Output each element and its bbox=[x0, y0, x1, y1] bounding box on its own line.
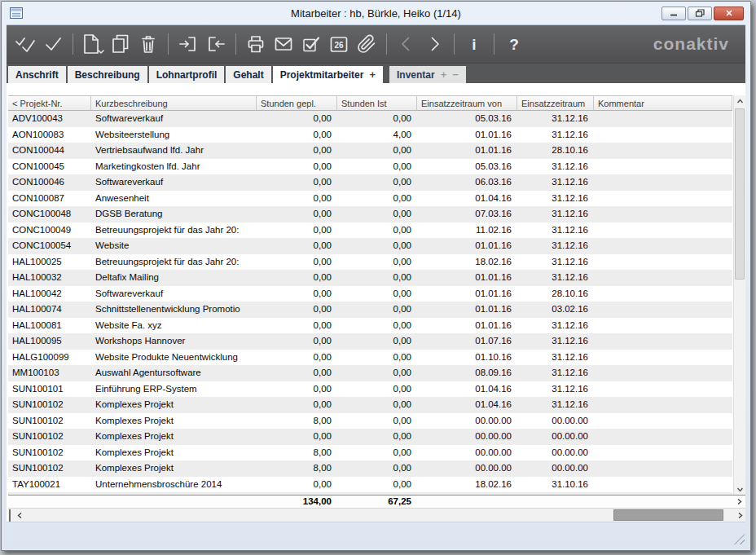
vertical-scrollbar[interactable] bbox=[733, 95, 745, 495]
hscroll-thumb[interactable] bbox=[613, 509, 723, 521]
tab-inventar[interactable]: Inventar+− bbox=[389, 66, 466, 83]
restore-button[interactable] bbox=[688, 7, 712, 20]
table-cell: CON100087 bbox=[8, 191, 91, 207]
column-header[interactable]: Stunden Ist bbox=[337, 96, 417, 110]
tab-beschreibung[interactable]: Beschreibung bbox=[68, 66, 147, 83]
table-row[interactable]: MM100103Auswahl Agentursoftware0,000,000… bbox=[8, 365, 732, 381]
confirm-icon[interactable] bbox=[41, 30, 65, 58]
column-header[interactable]: Stunden gepl. bbox=[257, 96, 337, 110]
table-cell: 4,00 bbox=[337, 127, 417, 143]
previous-record-icon[interactable] bbox=[394, 30, 419, 58]
table-row[interactable]: HAL100025Betreuungsprojekt für das Jahr … bbox=[8, 254, 732, 271]
table-scroll-right-icon[interactable] bbox=[733, 496, 745, 508]
table-row[interactable]: HAL100081Website Fa. xyz0,000,0001.01.16… bbox=[8, 318, 732, 334]
table-row[interactable]: CON100046Softwareverkauf0,000,0006.03.16… bbox=[8, 174, 732, 191]
table-row[interactable]: CONC100048DGSB Beratung0,000,0007.03.163… bbox=[8, 206, 732, 222]
minimize-button[interactable] bbox=[662, 7, 686, 20]
table-cell: 0,00 bbox=[337, 445, 417, 461]
table-row[interactable]: TAY100021Unternehmensbroschüre 20140,000… bbox=[8, 477, 732, 493]
confirm-all-icon[interactable] bbox=[13, 30, 37, 58]
attachment-icon[interactable] bbox=[354, 30, 379, 58]
table-row[interactable]: HAL100032Deltafix Mailing0,000,0001.01.1… bbox=[8, 270, 732, 286]
toolbar-separator bbox=[235, 33, 236, 55]
window-title: Mitarbeiter : hb, Bürkle, Heiko (1/14) bbox=[7, 7, 745, 20]
vscroll-track[interactable] bbox=[734, 107, 745, 483]
table-row[interactable]: HAL100042Softwareverkauf0,000,0001.01.16… bbox=[8, 286, 732, 302]
table-row[interactable]: SUN100102Komplexes Projekt0,000,0000.00.… bbox=[8, 429, 732, 445]
table-row[interactable]: ADV100043Softwareverkauf0,000,0005.03.16… bbox=[8, 111, 732, 127]
hscroll-track[interactable] bbox=[25, 509, 734, 522]
column-header[interactable]: Einsatzzeitraum von bbox=[417, 96, 517, 110]
table-cell: 31.12.16 bbox=[517, 318, 594, 334]
tab-projektmitarbeiter[interactable]: Projektmitarbeiter+ bbox=[273, 66, 383, 83]
tab-remove-icon[interactable]: − bbox=[452, 68, 459, 81]
table-cell: Schnittstellenentwicklung Promotio bbox=[91, 302, 257, 318]
print-icon[interactable] bbox=[244, 30, 268, 58]
table-cell: 0,00 bbox=[337, 270, 417, 286]
column-header[interactable]: Kommentar bbox=[594, 96, 732, 110]
resize-grip[interactable] bbox=[734, 534, 745, 544]
tab-label: Inventar bbox=[397, 69, 435, 81]
table-row[interactable]: CONC100049Betreuungsprojekt für das Jahr… bbox=[8, 222, 732, 239]
vscroll-thumb[interactable] bbox=[735, 108, 745, 280]
table-cell bbox=[594, 111, 732, 127]
table-cell: 8,00 bbox=[257, 413, 337, 429]
info-icon[interactable]: i bbox=[462, 30, 486, 58]
table-row[interactable]: CON100087Anwesenheit0,000,0001.04.1631.1… bbox=[8, 191, 732, 207]
table-row[interactable]: HAL100095Workshops Hannover0,000,0001.07… bbox=[8, 333, 732, 350]
table-row[interactable]: SUN100102Komplexes Projekt8,000,0000.00.… bbox=[8, 460, 732, 477]
duplicate-icon[interactable] bbox=[108, 30, 133, 58]
tab-add-icon[interactable]: + bbox=[441, 68, 447, 81]
table-row[interactable]: CON100044Vertriebsaufwand lfd. Jahr0,000… bbox=[8, 143, 732, 159]
delete-icon[interactable] bbox=[136, 30, 160, 58]
scroll-left-icon[interactable] bbox=[14, 509, 25, 522]
help-icon[interactable]: ? bbox=[502, 30, 526, 58]
table-row[interactable]: HAL100074Schnittstellenentwicklung Promo… bbox=[8, 302, 732, 318]
table-row[interactable]: SUN100102Komplexes Projekt0,000,0001.04.… bbox=[8, 397, 732, 413]
title-bar[interactable]: Mitarbeiter : hb, Bürkle, Heiko (1/14) bbox=[7, 2, 745, 25]
next-record-icon[interactable] bbox=[422, 30, 446, 58]
table-row[interactable]: HALG100099Website Produkte Neuentwicklun… bbox=[8, 350, 732, 366]
tab-add-icon[interactable]: + bbox=[369, 68, 376, 81]
email-icon[interactable] bbox=[271, 30, 296, 58]
table-row[interactable]: AON100083Websiteerstellung0,004,0001.01.… bbox=[8, 127, 732, 143]
table-cell: 8,00 bbox=[257, 445, 337, 461]
pane-splitter-handle[interactable] bbox=[9, 509, 11, 522]
table-row[interactable]: CONC100054Website0,000,0001.01.1631.12.1… bbox=[8, 238, 732, 254]
column-header[interactable]: Kurzbeschreibung bbox=[91, 96, 257, 110]
toolbar-separator bbox=[454, 33, 455, 55]
table-row[interactable]: SUN100102Komplexes Projekt8,000,0000.00.… bbox=[8, 445, 732, 461]
table-cell: 28.10.16 bbox=[517, 286, 594, 302]
table-cell bbox=[594, 206, 732, 222]
table-cell: 0,00 bbox=[337, 222, 417, 239]
table-cell: 0,00 bbox=[337, 413, 417, 429]
table-cell: 0,00 bbox=[257, 365, 337, 381]
tab-label: Projektmitarbeiter bbox=[280, 69, 364, 81]
calendar-icon[interactable]: 26 bbox=[327, 30, 351, 58]
tab-anschrift[interactable]: Anschrift bbox=[8, 66, 66, 83]
scroll-down-icon[interactable] bbox=[734, 483, 745, 495]
table-row[interactable]: SUN100102Komplexes Projekt8,000,0000.00.… bbox=[8, 413, 732, 429]
horizontal-scrollbar[interactable] bbox=[8, 508, 745, 522]
close-button[interactable] bbox=[714, 7, 744, 20]
column-header[interactable]: Einsatzzeitraum bbox=[517, 96, 594, 110]
import-icon[interactable] bbox=[176, 30, 200, 58]
table-row[interactable]: SUN100101Einführung ERP-System0,000,0001… bbox=[8, 381, 732, 398]
tab-gehalt[interactable]: Gehalt bbox=[226, 66, 270, 83]
checklist-icon[interactable] bbox=[299, 30, 323, 58]
table-cell: 31.12.16 bbox=[517, 238, 594, 254]
table-body: ADV100043Softwareverkauf0,000,0005.03.16… bbox=[8, 111, 732, 495]
table-cell: Websiteerstellung bbox=[91, 127, 257, 143]
table-cell: 0,00 bbox=[337, 397, 417, 413]
scroll-right-icon[interactable] bbox=[734, 509, 745, 522]
scroll-up-icon[interactable] bbox=[734, 95, 745, 107]
table-cell: Unternehmensbroschüre 2014 bbox=[91, 477, 257, 493]
export-icon[interactable] bbox=[204, 30, 228, 58]
content-area: < Projekt-Nr.KurzbeschreibungStunden gep… bbox=[7, 83, 745, 522]
new-record-icon[interactable] bbox=[81, 30, 105, 58]
table-row[interactable]: CON100045Marketingkosten lfd. Jahr0,000,… bbox=[8, 159, 732, 175]
tab-label: Lohnartprofil bbox=[156, 69, 218, 81]
table-cell: 0,00 bbox=[337, 254, 417, 271]
tab-lohnartprofil[interactable]: Lohnartprofil bbox=[149, 66, 225, 83]
column-header[interactable]: < Projekt-Nr. bbox=[8, 96, 91, 110]
